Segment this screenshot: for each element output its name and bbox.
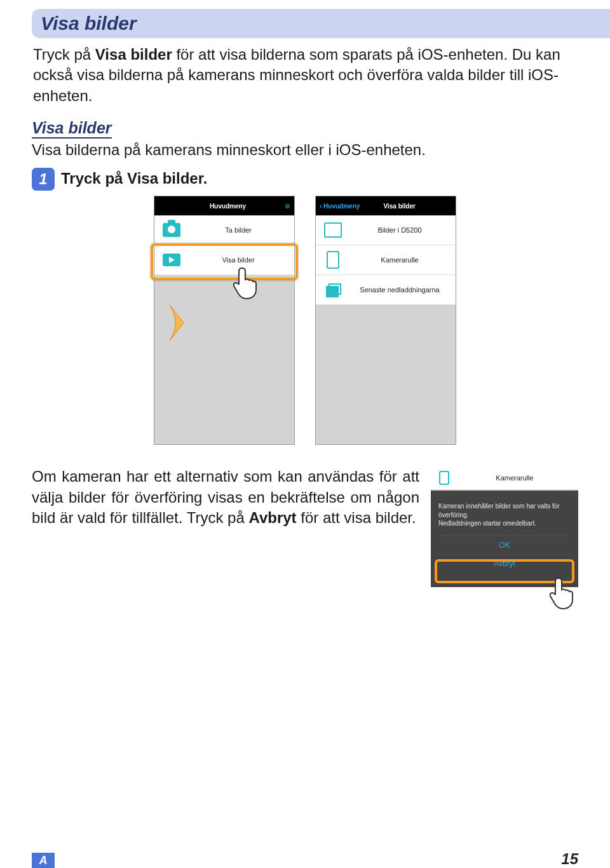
menu-row-latest-downloads: Senaste nedladdningarna xyxy=(316,275,456,305)
phone-icon xyxy=(322,251,344,269)
stack-icon xyxy=(322,281,344,299)
menu-row-take-pictures: Ta bilder xyxy=(154,215,294,245)
settings-icon: ⚙ xyxy=(285,203,290,210)
menu-row-images-in-camera: Bilder i D5200 xyxy=(316,215,456,245)
dialog-ok-button: OK xyxy=(438,536,571,554)
dialog-message: Kameran innehåller bilder som har valts … xyxy=(438,502,571,528)
phone-left-title: Huvudmeny xyxy=(171,203,285,210)
section-title-bar: Visa bilder xyxy=(32,9,610,38)
intro-bold: Visa bilder xyxy=(95,46,172,63)
row-label: Kamerarulle xyxy=(350,256,449,264)
step-1: 1 Tryck på Visa bilder. xyxy=(32,168,578,191)
lower-paragraph: Om kameran har ett alternativ som kan an… xyxy=(32,466,419,600)
subheading-link: Visa bilder xyxy=(32,119,112,139)
transition-arrow-icon xyxy=(168,304,185,342)
lower-bold: Avbryt xyxy=(248,509,296,526)
phone-right-topbar: ‹ Huvudmeny Visa bilder xyxy=(316,196,456,215)
subheading-text: Visa bilderna på kamerans minneskort ell… xyxy=(32,141,578,159)
row-label: Senaste nedladdningarna xyxy=(350,286,449,294)
phone-icon xyxy=(436,471,452,485)
step-number-badge: 1 xyxy=(32,168,55,191)
phone-right-title: Visa bilder xyxy=(360,203,439,210)
row-label: Ta bilder xyxy=(189,226,288,234)
section-badge: A xyxy=(32,853,55,868)
page-number: 15 xyxy=(561,850,578,868)
dialog-screenshot: Kamerarulle Kameran innehåller bilder so… xyxy=(431,466,578,600)
section-title: Visa bilder xyxy=(41,13,610,34)
frame-icon xyxy=(322,221,344,239)
row-label: Kamerarulle xyxy=(456,474,573,482)
lower-t2: för att visa bilder. xyxy=(297,509,416,526)
row-label: Bilder i D5200 xyxy=(350,226,449,234)
intro-paragraph: Tryck på Visa bilder för att visa bilder… xyxy=(33,44,578,106)
menu-row-view-pictures: Visa bilder xyxy=(154,245,294,275)
screenshot-pair: Huvudmeny ⚙ Ta bilder Visa bilder ‹ Huv xyxy=(32,196,578,456)
side-row-camera-roll: Kamerarulle xyxy=(431,466,578,490)
pointer-hand-icon xyxy=(227,263,266,301)
play-icon xyxy=(161,251,182,269)
phone-right: ‹ Huvudmeny Visa bilder Bilder i D5200 K… xyxy=(315,196,456,445)
page-footer: A 15 xyxy=(32,850,578,868)
phone-left-topbar: Huvudmeny ⚙ xyxy=(154,196,294,215)
intro-pre: Tryck på xyxy=(33,46,95,63)
lower-section: Om kameran har ett alternativ som kan an… xyxy=(32,466,578,600)
menu-row-camera-roll: Kamerarulle xyxy=(316,245,456,275)
step-instruction: Tryck på Visa bilder. xyxy=(61,168,207,187)
pointer-hand-icon xyxy=(544,573,582,611)
camera-icon xyxy=(161,221,182,239)
back-button: ‹ Huvudmeny xyxy=(320,203,360,210)
